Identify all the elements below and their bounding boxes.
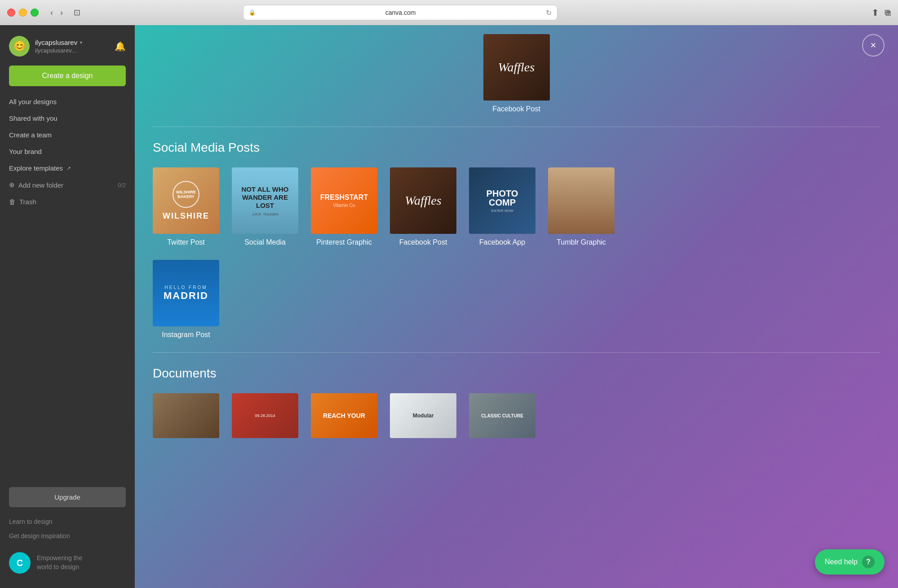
social-thumb: NOT ALL WHO WANDER ARE LOST J.R.R. TOLKI… bbox=[232, 167, 298, 234]
tumblr-label: Tumblr Graphic bbox=[557, 238, 606, 246]
add-tab-btn[interactable]: + bbox=[885, 7, 891, 18]
minimize-window-btn[interactable] bbox=[19, 9, 27, 17]
brand-label: Your brand bbox=[9, 148, 42, 155]
top-facebook-post-card[interactable]: Waffles Facebook Post bbox=[153, 34, 880, 113]
user-info: ilycapslusarev ▾ ilycapslusarev... bbox=[35, 39, 109, 54]
pinterest-inner: FRESHSTART Vitamin Co bbox=[311, 167, 377, 234]
user-section: 😊 ilycapslusarev ▾ ilycapslusarev... 🔔 bbox=[0, 25, 135, 64]
notification-btn[interactable]: 🔔 bbox=[115, 41, 126, 52]
trash-label: Trash bbox=[19, 198, 36, 206]
tumblr-card[interactable]: Tumblr Graphic bbox=[548, 167, 615, 246]
sidebar-branding: C Empowering the world to design bbox=[0, 547, 135, 579]
vitaminc-text: Vitamin Co bbox=[333, 203, 355, 208]
tolkien-text: J.R.R. TOLKIEN bbox=[252, 212, 279, 216]
sidebar-item-all-designs[interactable]: All your designs bbox=[0, 93, 135, 110]
instagram-post-card[interactable]: HELLO FROM MADRID Instagram Post bbox=[153, 260, 219, 339]
instagram-label: Instagram Post bbox=[162, 331, 210, 339]
twitter-post-card[interactable]: WILSHIREBAKERY WILSHIRE Twitter Post bbox=[153, 167, 219, 246]
top-section: Waffles Facebook Post bbox=[153, 25, 880, 122]
trash-icon: 🗑 bbox=[9, 198, 16, 206]
twitter-thumb-inner: WILSHIREBAKERY WILSHIRE bbox=[153, 167, 219, 234]
lock-icon: 🔒 bbox=[249, 9, 256, 16]
close-window-btn[interactable] bbox=[7, 9, 15, 17]
facebook-post-thumb: Waffles bbox=[390, 167, 456, 234]
not-all-text: NOT ALL WHO WANDER ARE LOST bbox=[236, 185, 294, 210]
waffles-text: Waffles bbox=[498, 60, 535, 75]
design-inspiration-link[interactable]: Get design inspiration bbox=[0, 529, 135, 543]
pinterest-label: Pinterest Graphic bbox=[316, 238, 372, 246]
sidebar-toggle-btn[interactable]: ⊡ bbox=[71, 6, 83, 19]
doc3-card[interactable]: REACH YOUR bbox=[311, 393, 377, 438]
social-mountains-inner: NOT ALL WHO WANDER ARE LOST J.R.R. TOLKI… bbox=[232, 167, 298, 234]
pinterest-thumb: FRESHSTART Vitamin Co bbox=[311, 167, 377, 234]
photo-comp-sub: ENTER NOW bbox=[491, 209, 513, 213]
maximize-window-btn[interactable] bbox=[31, 9, 39, 17]
facebook-app-thumb: PHOTO COMP ENTER NOW bbox=[469, 167, 535, 234]
section-divider-2 bbox=[153, 352, 880, 353]
wilshire-title: WILSHIRE bbox=[163, 211, 209, 221]
doc5-card[interactable]: CLASSIC CULTURE bbox=[469, 393, 535, 438]
upgrade-btn[interactable]: Upgrade bbox=[9, 487, 126, 507]
freshstart-text: FRESHSTART bbox=[320, 193, 368, 202]
branding-text: Empowering the world to design bbox=[37, 554, 82, 571]
user-name: ilycapslusarev ▾ bbox=[35, 39, 109, 46]
documents-heading: Documents bbox=[153, 366, 880, 381]
doc1-card[interactable] bbox=[153, 393, 219, 438]
top-facebook-label: Facebook Post bbox=[492, 105, 540, 113]
classic-culture-text: CLASSIC CULTURE bbox=[481, 413, 523, 418]
top-facebook-thumb: Waffles bbox=[483, 34, 550, 101]
add-folder-label: Add new folder bbox=[18, 181, 63, 189]
facebook-app-inner: PHOTO COMP ENTER NOW bbox=[469, 167, 535, 234]
doc3-thumb: REACH YOUR bbox=[311, 393, 377, 438]
avatar: 😊 bbox=[9, 36, 30, 57]
social-media-grid: WILSHIREBAKERY WILSHIRE Twitter Post NOT… bbox=[153, 167, 880, 246]
add-folder-left: ⊕ Add new folder bbox=[9, 181, 63, 189]
user-email: ilycapslusarev... bbox=[35, 47, 109, 54]
twitter-thumb: WILSHIREBAKERY WILSHIRE bbox=[153, 167, 219, 234]
photo-comp-text: PHOTO COMP bbox=[473, 189, 532, 207]
section-divider-1 bbox=[153, 127, 880, 127]
twitter-post-label: Twitter Post bbox=[167, 238, 205, 246]
need-help-btn[interactable]: Need help ? bbox=[815, 549, 885, 575]
plus-circle-icon: ⊕ bbox=[9, 181, 15, 189]
sidebar-item-shared[interactable]: Shared with you bbox=[0, 110, 135, 127]
share-btn[interactable]: ⬆ bbox=[871, 7, 879, 18]
close-panel-btn[interactable]: × bbox=[862, 34, 885, 57]
main-content: × Waffles Facebook Post Social Media Pos… bbox=[135, 25, 898, 588]
doc2-card[interactable]: 09.28.2014 bbox=[232, 393, 298, 438]
team-label: Create a team bbox=[9, 131, 52, 139]
forward-btn[interactable]: › bbox=[58, 6, 66, 19]
facebook-app-label: Facebook App bbox=[479, 238, 525, 246]
trash-row[interactable]: 🗑 Trash bbox=[0, 193, 135, 210]
reload-btn[interactable]: ↻ bbox=[546, 9, 552, 17]
create-design-btn[interactable]: Create a design bbox=[9, 66, 126, 86]
facebook-app-card[interactable]: PHOTO COMP ENTER NOW Facebook App bbox=[469, 167, 535, 246]
back-btn[interactable]: ‹ bbox=[48, 6, 56, 19]
title-bar: ‹ › ⊡ 🔒 ↻ ⬆ ⧉ + bbox=[0, 0, 898, 25]
doc4-card[interactable]: Modular bbox=[390, 393, 456, 438]
hello-from-text: HELLO FROM bbox=[164, 285, 207, 290]
instagram-thumb: HELLO FROM MADRID bbox=[153, 260, 219, 326]
documents-section: Documents 09.28.2014 REACH YOUR bbox=[153, 366, 880, 438]
sidebar-item-brand[interactable]: Your brand bbox=[0, 143, 135, 160]
learn-design-link[interactable]: Learn to design bbox=[0, 514, 135, 529]
social-media-section: Social Media Posts WILSHIREBAKERY WILSHI… bbox=[153, 140, 880, 339]
sidebar-footer-links: Learn to design Get design inspiration bbox=[0, 514, 135, 543]
doc4-thumb: Modular bbox=[390, 393, 456, 438]
address-bar: 🔒 ↻ bbox=[243, 5, 557, 20]
sidebar-item-team[interactable]: Create a team bbox=[0, 127, 135, 143]
social-media-heading: Social Media Posts bbox=[153, 140, 880, 155]
chevron-down-icon: ▾ bbox=[80, 40, 82, 45]
canva-logo: C bbox=[9, 552, 31, 574]
reach-your-text: REACH YOUR bbox=[323, 412, 365, 419]
facebook-post-card[interactable]: Waffles Facebook Post bbox=[390, 167, 456, 246]
url-input[interactable] bbox=[259, 9, 542, 16]
sidebar: 😊 ilycapslusarev ▾ ilycapslusarev... 🔔 C… bbox=[0, 25, 135, 588]
social-media-card[interactable]: NOT ALL WHO WANDER ARE LOST J.R.R. TOLKI… bbox=[232, 167, 298, 246]
doc5-thumb: CLASSIC CULTURE bbox=[469, 393, 535, 438]
nav-arrows: ‹ › bbox=[48, 6, 66, 19]
sidebar-item-templates[interactable]: Explore templates ↗ bbox=[0, 160, 135, 176]
waffles-script: Waffles bbox=[405, 193, 441, 208]
add-folder-row[interactable]: ⊕ Add new folder 0/2 bbox=[0, 176, 135, 193]
pinterest-card[interactable]: FRESHSTART Vitamin Co Pinterest Graphic bbox=[311, 167, 377, 246]
